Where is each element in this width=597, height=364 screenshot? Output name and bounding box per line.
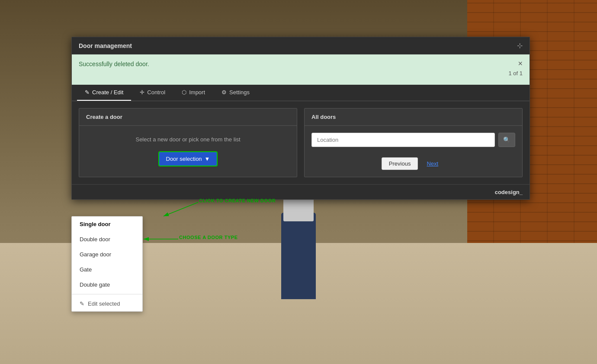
previous-button[interactable]: Previous	[382, 157, 418, 170]
dropdown-item-double-gate[interactable]: Double gate	[72, 277, 142, 292]
notification-message: Successfully deleted door.	[79, 60, 149, 67]
search-input[interactable]	[311, 133, 495, 147]
dropdown-item-gate[interactable]: Gate	[72, 262, 142, 277]
all-doors-panel: All doors 🔍 Previous Next	[304, 108, 523, 177]
tab-settings-label: Settings	[229, 89, 250, 96]
search-icon: 🔍	[503, 137, 510, 143]
search-button[interactable]: 🔍	[498, 133, 515, 147]
dropdown-item-double-door[interactable]: Double door	[72, 232, 142, 247]
dialog-wrapper: Door management ⊹ Successfully deleted d…	[71, 37, 530, 200]
annotation-click-to-create: CLICK TO CREATE NEW DOOR	[199, 198, 276, 203]
expand-icon[interactable]: ⊹	[517, 42, 523, 50]
dropdown-item-single-door[interactable]: Single door	[72, 217, 142, 232]
tabs-bar: ✎ Create / Edit ✛ Control ⬡ Import ⚙ Set…	[72, 85, 530, 101]
annotation-choose-door-type: CHOOSE A DOOR TYPE	[179, 235, 238, 240]
tab-settings-icon: ⚙	[221, 89, 227, 96]
dialog-header: Door management ⊹	[72, 37, 530, 54]
door-management-dialog: Door management ⊹ Successfully deleted d…	[71, 37, 530, 200]
tab-control-label: Control	[147, 89, 165, 96]
tab-import-icon: ⬡	[182, 89, 186, 96]
brand-label: codesign_	[495, 189, 523, 195]
create-panel-header: Create a door	[79, 109, 297, 126]
tab-create-edit[interactable]: ✎ Create / Edit	[77, 85, 131, 101]
notification-meta: × 1 of 1	[508, 60, 523, 77]
tab-settings[interactable]: ⚙ Settings	[214, 85, 257, 101]
edit-selected-icon: ✎	[80, 300, 84, 307]
door-selection-caret: ▼	[205, 156, 210, 162]
main-content: Create a door Select a new door or pick …	[72, 101, 530, 184]
tab-control-icon: ✛	[140, 89, 144, 96]
dropdown-item-edit-selected[interactable]: ✎ Edit selected	[72, 296, 142, 311]
door-selection-label: Door selection	[166, 156, 202, 162]
page-indicator: 1 of 1	[508, 70, 523, 77]
tab-import[interactable]: ⬡ Import	[174, 85, 213, 101]
tab-create-edit-icon: ✎	[85, 89, 90, 96]
door-selection-button[interactable]: Door selection ▼	[158, 151, 218, 166]
notification-close-button[interactable]: ×	[518, 60, 523, 67]
create-panel-body: Select a new door or pick one from the l…	[79, 126, 297, 177]
edit-selected-label: Edit selected	[88, 300, 120, 307]
dropdown-item-garage-door[interactable]: Garage door	[72, 247, 142, 262]
dialog-footer: codesign_	[72, 184, 530, 199]
search-area: 🔍	[305, 126, 522, 154]
dropdown-divider	[72, 294, 142, 294]
create-panel: Create a door Select a new door or pick …	[79, 108, 297, 177]
all-doors-header: All doors	[305, 109, 522, 126]
notification-bar: Successfully deleted door. × 1 of 1	[72, 54, 530, 85]
door-type-dropdown: Single door Double door Garage door Gate…	[71, 216, 143, 312]
tab-control[interactable]: ✛ Control	[132, 85, 173, 101]
pagination-area: Previous Next	[305, 154, 522, 177]
tab-create-edit-label: Create / Edit	[92, 89, 123, 96]
dialog-title: Door management	[79, 42, 132, 49]
create-panel-hint: Select a new door or pick one from the l…	[86, 136, 290, 143]
tab-import-label: Import	[189, 89, 205, 96]
next-button[interactable]: Next	[420, 157, 445, 170]
